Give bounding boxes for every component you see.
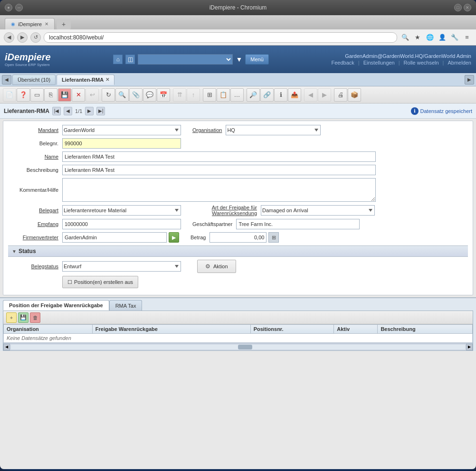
switch-role-link[interactable]: Rolle wechseln <box>404 60 439 66</box>
tab-close-icon[interactable]: ✕ <box>45 21 48 27</box>
tab-close-icon[interactable]: ✕ <box>105 77 109 82</box>
close-btn[interactable]: ✕ <box>464 4 471 11</box>
menu-icon[interactable]: ≡ <box>462 32 472 43</box>
toolbar-grid-btn[interactable]: ⊞ <box>203 88 216 102</box>
toolbar-form-btn[interactable]: 📋 <box>217 88 230 102</box>
name-input[interactable] <box>62 151 376 162</box>
firmenvertreter-input[interactable] <box>62 232 167 243</box>
firmenvertreter-lookup-btn[interactable]: ▶ <box>169 232 179 243</box>
lookup-icon: ▶ <box>172 235 176 241</box>
home-icon[interactable]: ⌂ <box>113 55 123 64</box>
toolbar-note-btn[interactable]: 💬 <box>143 88 156 102</box>
record-first-btn[interactable]: |◀ <box>52 107 61 115</box>
profile-icon[interactable]: 👤 <box>437 32 447 43</box>
record-next-btn[interactable]: ▶ <box>85 107 94 115</box>
settings-link[interactable]: Einstellungen <box>363 60 395 66</box>
belegnr-input[interactable] <box>62 138 181 149</box>
translate-icon[interactable]: 🌐 <box>425 32 435 43</box>
toolbar-export-btn[interactable]: 📤 <box>288 88 301 102</box>
toolbar-more-btn[interactable]: … <box>230 88 244 102</box>
toolbar-refresh-btn[interactable]: ↻ <box>102 88 115 102</box>
bookmark-star-icon[interactable]: ★ <box>412 32 423 43</box>
horizontal-scrollbar[interactable]: ◀ ▶ <box>3 343 473 350</box>
create-positions-btn[interactable]: ☐ Position(en) erstellen aus <box>62 276 138 288</box>
belegart-select[interactable]: Lieferantenretoure Material <box>62 205 181 216</box>
feedback-link[interactable]: Feedback <box>332 60 354 66</box>
organisation-label: Organisation <box>192 127 224 133</box>
user-info: GardenAdmin@GardenWorld.HQ/GardenWorld A… <box>332 53 471 59</box>
bottom-new-btn[interactable]: + <box>6 312 17 323</box>
toolbar-attach-btn[interactable]: 📎 <box>129 88 143 102</box>
collapse-icon[interactable]: ▼ <box>12 249 17 254</box>
tab-overview[interactable]: Übersicht (10) <box>12 75 56 85</box>
record-count: 1/1 <box>75 108 82 114</box>
toolbar-archive-btn[interactable]: 📦 <box>348 88 361 102</box>
tab-rma-tax[interactable]: RMA Tax <box>109 300 143 311</box>
toolbar-first-btn[interactable]: ⇈ <box>173 88 186 102</box>
toolbar-new-btn[interactable]: 📄 <box>3 88 16 102</box>
beschreibung-input[interactable] <box>62 165 376 175</box>
tab-position-freigabe[interactable]: Position der Freigabe Warenrückgabe <box>3 300 109 311</box>
toolbar-related-btn[interactable]: 🔗 <box>260 88 274 102</box>
action-button[interactable]: ⚙ Aktion <box>197 260 236 273</box>
calc-icon-btn[interactable]: ⊞ <box>268 232 279 243</box>
forward-btn[interactable]: ▶ <box>17 32 28 43</box>
toolbar-find-btn[interactable]: 🔍 <box>115 88 129 102</box>
geschaeftspartner-input[interactable] <box>236 219 360 229</box>
form-row-belegstatus: Belegstatus Entwurf ⚙ Aktion <box>8 260 468 273</box>
no-records-cell: Keine Datensätze gefunden <box>4 334 473 343</box>
scroll-track[interactable] <box>11 345 465 349</box>
toolbar-print-btn[interactable]: 🖨 <box>334 88 347 102</box>
belegstatus-select[interactable]: Entwurf <box>62 261 181 272</box>
extension-icon[interactable]: 🔧 <box>449 32 460 43</box>
bottom-delete-btn[interactable]: 🗑 <box>30 312 40 323</box>
saved-message: Datensatz gespeichert <box>420 108 472 114</box>
history-icon[interactable]: ◫ <box>125 55 135 64</box>
zoom-icon[interactable]: 🔍 <box>400 32 410 43</box>
back-btn[interactable]: ◀ <box>4 32 14 43</box>
toolbar-prev-btn[interactable]: ↑ <box>187 88 200 102</box>
tab1-label: Position der Freigabe Warenrückgabe <box>9 302 103 308</box>
record-last-btn[interactable]: ▶| <box>96 107 105 115</box>
save-icon: 💾 <box>61 91 68 98</box>
toolbar-zoom-btn[interactable]: 🔎 <box>247 88 260 102</box>
col-positionsnr: Positionsnr. <box>250 325 334 334</box>
scroll-left-btn[interactable]: ◀ <box>3 344 10 350</box>
browser-tab[interactable]: ◉ iDempiere ✕ <box>5 18 55 29</box>
toolbar-delete-btn[interactable]: ✕ <box>72 88 85 102</box>
attach-icon: 📎 <box>132 91 140 98</box>
record-prev-btn[interactable]: ◀ <box>64 107 72 115</box>
header-dropdown[interactable] <box>138 54 233 65</box>
scroll-right-btn[interactable]: ▶ <box>466 344 473 350</box>
betrag-input[interactable] <box>209 232 267 243</box>
maximize-btn[interactable]: □ <box>454 4 462 11</box>
app-toolbar: 📄 ❓ ▭ ⎘ 💾 ✕ ↩ ↻ <box>0 86 476 104</box>
mandant-select[interactable]: GardenWorld <box>62 125 181 135</box>
address-input[interactable] <box>44 32 397 43</box>
toolbar-undo-btn[interactable]: ↩ <box>86 88 99 102</box>
reload-btn[interactable]: ↺ <box>30 32 41 43</box>
scroll-thumb[interactable] <box>238 345 252 349</box>
empfang-input[interactable] <box>62 219 181 229</box>
logout-link[interactable]: Abmelden <box>447 60 471 66</box>
minimize-btn[interactable]: ─ <box>15 4 23 11</box>
toolbar-info-btn[interactable]: ℹ <box>274 88 287 102</box>
nav-right-collapse-btn[interactable]: ▶ <box>465 75 474 85</box>
mandant-label: Mandant <box>8 127 60 133</box>
tab-lieferanten-rma[interactable]: Lieferanten-RMA ✕ <box>57 75 114 85</box>
kommentar-textarea[interactable] <box>62 178 376 202</box>
new-tab-btn[interactable]: + <box>57 19 71 29</box>
bottom-save-btn[interactable]: 💾 <box>18 312 29 323</box>
toolbar-next2-btn[interactable]: ▶ <box>318 88 331 102</box>
toolbar-copy-btn[interactable]: ⎘ <box>44 88 57 102</box>
nav-left-collapse-btn[interactable]: ◀ <box>2 75 11 85</box>
dropdown-arrow-icon[interactable]: ▼ <box>236 56 242 63</box>
toolbar-prev2-btn[interactable]: ◀ <box>304 88 317 102</box>
toolbar-help-btn[interactable]: ❓ <box>17 88 30 102</box>
toolbar-detail-btn[interactable]: ▭ <box>30 88 44 102</box>
toolbar-calendar-btn[interactable]: 📅 <box>157 88 170 102</box>
freigabe-select[interactable]: Damaged on Arrival <box>261 205 375 216</box>
organisation-select[interactable]: HQ <box>226 125 321 135</box>
menu-button[interactable]: Menü <box>245 54 269 65</box>
toolbar-save-btn[interactable]: 💾 <box>58 88 71 102</box>
